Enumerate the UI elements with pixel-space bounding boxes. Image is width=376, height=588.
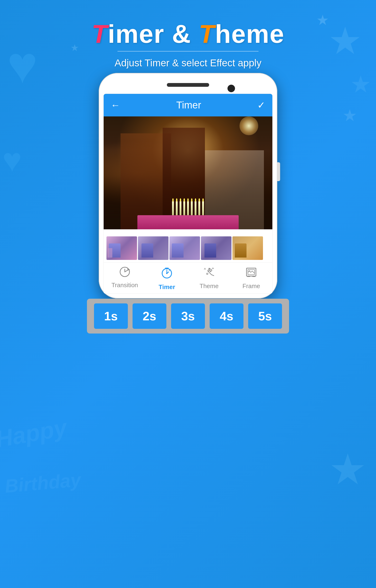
theme-label: Theme: [199, 282, 219, 290]
frame-icon: [245, 266, 257, 281]
thumbnail-4[interactable]: [201, 236, 231, 260]
title-letter-T1: T: [92, 19, 108, 48]
title-letter-T2: T: [199, 19, 215, 48]
app-bar: ← Timer ✓: [104, 94, 272, 117]
phone-screen: ← Timer ✓: [104, 94, 272, 294]
candle-group: [172, 201, 204, 215]
phone-outer-shell: ← Timer ✓: [99, 73, 277, 299]
deco-heart-2: ♥: [2, 141, 22, 179]
timer-buttons-bar: 1s 2s 3s 4s 5s: [87, 299, 289, 333]
timer-btn-5s[interactable]: 5s: [248, 303, 282, 329]
phone-side-button: [277, 162, 280, 181]
deco-star-3: ★: [329, 445, 367, 494]
thumb-image-1: [106, 236, 137, 260]
timer-btn-3s[interactable]: 3s: [171, 303, 205, 329]
candle-6: [191, 201, 193, 215]
phone-speaker: [167, 83, 209, 87]
deco-text-2: Birthday: [4, 469, 82, 497]
title-divider: [117, 51, 259, 52]
candle-5: [187, 201, 189, 215]
thumb-image-4: [201, 236, 231, 260]
nav-item-transition[interactable]: Transition: [104, 266, 146, 291]
thumbnail-1[interactable]: [106, 236, 137, 260]
thumbnail-2[interactable]: [138, 236, 168, 260]
app-bar-title: Timer: [120, 99, 257, 111]
main-title: Timer & Theme: [0, 19, 376, 49]
bottom-nav: Transition: [104, 262, 272, 294]
timer-btn-4s[interactable]: 4s: [210, 303, 243, 329]
thumb-image-3: [169, 236, 200, 260]
theme-icon: [203, 266, 215, 281]
transition-label: Transition: [111, 281, 138, 289]
candle-1: [172, 201, 174, 215]
svg-point-4: [207, 273, 208, 275]
thumbnail-3[interactable]: [169, 236, 200, 260]
svg-point-7: [249, 270, 250, 272]
phone-camera: [228, 85, 235, 92]
nav-item-theme[interactable]: Theme: [188, 266, 230, 291]
candle-4: [183, 201, 185, 215]
deco-text-1: Happy: [0, 414, 69, 453]
candle-7: [195, 201, 197, 215]
ceiling-light: [240, 117, 258, 135]
confirm-button[interactable]: ✓: [257, 100, 265, 111]
thumb-image-2: [138, 236, 168, 260]
deco-star-small-3: ★: [342, 106, 357, 125]
svg-point-2: [166, 273, 167, 274]
transition-icon: [119, 266, 130, 280]
phone-mockup: ← Timer ✓: [99, 73, 277, 299]
candle-9: [202, 201, 204, 215]
below-photo-area: [104, 229, 272, 234]
photo-background: [104, 117, 272, 229]
thumbnail-strip: [104, 234, 272, 262]
nav-item-timer[interactable]: Timer: [146, 266, 188, 291]
candle-3: [179, 201, 181, 215]
cake: [137, 215, 239, 229]
timer-icon: [160, 266, 173, 282]
candle-8: [198, 201, 200, 215]
timer-btn-2s[interactable]: 2s: [133, 303, 166, 329]
candle-2: [176, 201, 178, 215]
nav-item-frame[interactable]: Frame: [230, 266, 272, 291]
frame-label: Frame: [242, 282, 260, 290]
thumbnail-5[interactable]: [232, 236, 263, 260]
timer-label: Timer: [159, 283, 175, 291]
back-button[interactable]: ←: [111, 100, 120, 111]
thumb-image-5: [232, 236, 263, 260]
timer-btn-1s[interactable]: 1s: [94, 303, 128, 329]
photo-area: [104, 117, 272, 229]
timer-buttons-section: 1s 2s 3s 4s 5s: [0, 299, 376, 333]
